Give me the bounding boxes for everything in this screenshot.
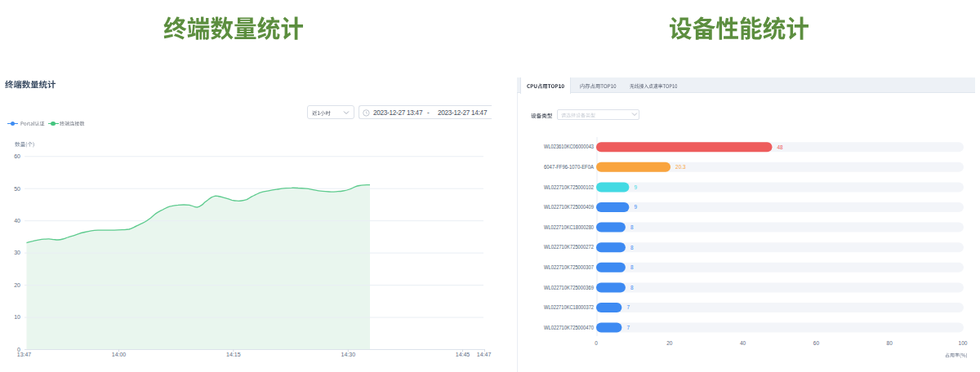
svg-text:WL022710K725000470: WL022710K725000470 [544,325,594,330]
svg-text:50: 50 [14,186,20,192]
svg-text:14:30: 14:30 [341,352,356,357]
svg-text:8: 8 [630,245,634,250]
svg-text:WL023610KC06000043: WL023610KC06000043 [544,144,594,149]
svg-text:100: 100 [959,340,968,346]
svg-text:14:15: 14:15 [226,352,241,357]
svg-text:20.3: 20.3 [675,164,686,170]
svg-text:40: 40 [740,340,746,346]
svg-text:10: 10 [14,314,20,320]
svg-text:60: 60 [14,153,20,159]
svg-text:40: 40 [14,218,20,224]
svg-text:9: 9 [634,204,637,210]
svg-text:8: 8 [630,224,634,230]
svg-text:14:00: 14:00 [112,352,127,357]
svg-text:80: 80 [887,340,893,346]
svg-text:WL022710K725000102: WL022710K725000102 [544,184,594,190]
svg-text:WL022710K725000409: WL022710K725000409 [544,204,594,210]
svg-text:13:47: 13:47 [17,352,32,357]
svg-text:14:47: 14:47 [477,352,492,357]
svg-text:0: 0 [595,340,598,346]
svg-text:30: 30 [14,250,20,255]
svg-text:WL022710KC18000280: WL022710KC18000280 [544,224,594,230]
svg-text:7: 7 [626,325,630,330]
svg-text:6047-FF96-1070-EF0A: 6047-FF96-1070-EF0A [544,164,594,170]
svg-text:20: 20 [666,340,673,346]
svg-text:48: 48 [777,144,784,150]
svg-text:WL022710KC18000372: WL022710KC18000372 [544,304,594,310]
svg-text:14:45: 14:45 [456,352,470,357]
svg-text:20: 20 [14,282,20,288]
svg-text:WL022710K725000307: WL022710K725000307 [544,264,594,270]
svg-text:7: 7 [626,304,630,310]
svg-text:8: 8 [630,264,634,270]
svg-text:WL022710K725000369: WL022710K725000369 [544,285,594,290]
svg-text:WL022710K725000272: WL022710K725000272 [544,244,594,250]
svg-text:9: 9 [634,184,637,190]
svg-text:8: 8 [630,285,634,290]
svg-text:60: 60 [813,340,820,346]
